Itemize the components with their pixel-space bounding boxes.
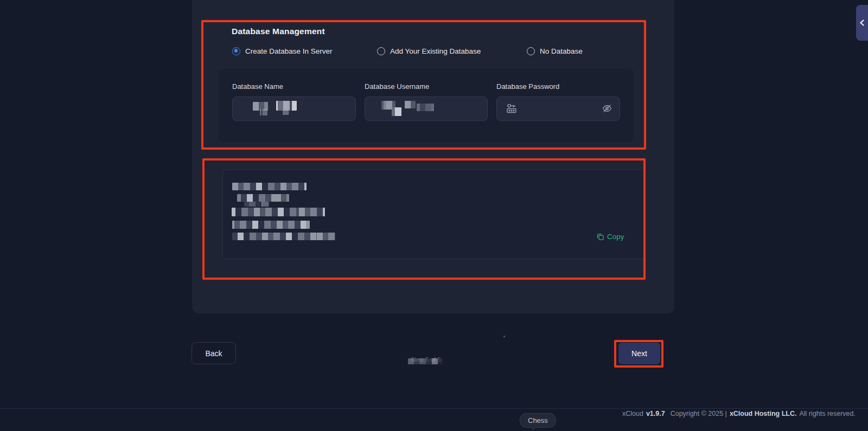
redacted-code-line <box>232 233 335 240</box>
footer-company: xCloud Hosting LLC. <box>730 410 797 417</box>
footer-version: v1.9.7 <box>646 410 665 417</box>
copy-label: Copy <box>607 233 624 241</box>
radio-label: Create Database In Server <box>245 47 333 55</box>
decorative-dot <box>503 336 505 337</box>
redacted-db-username-value <box>417 104 434 111</box>
footer-brand: xCloud <box>622 410 643 417</box>
radio-create-database-in-server[interactable]: Create Database In Server <box>232 46 333 56</box>
redacted-db-username-value <box>392 107 401 116</box>
radio-label: Add Your Existing Database <box>390 47 481 55</box>
redacted-step-overlay <box>408 358 443 364</box>
radio-selected-icon[interactable] <box>232 47 240 55</box>
chess-tooltip[interactable]: Chess <box>520 413 556 428</box>
database-name-label: Database Name <box>232 82 283 91</box>
copy-icon <box>596 233 604 241</box>
next-button-label: Next <box>631 349 647 358</box>
password-key-icon <box>506 102 518 114</box>
radio-unselected-icon[interactable] <box>527 47 535 55</box>
chess-tooltip-tail <box>529 427 537 430</box>
redacted-code-line <box>244 202 269 207</box>
eye-off-icon[interactable] <box>602 104 612 113</box>
radio-add-existing-database[interactable]: Add Your Existing Database <box>377 46 481 56</box>
redacted-code-line <box>232 221 310 229</box>
database-password-label: Database Password <box>496 82 559 91</box>
footer-copyright-text: Copyright © 2025 | <box>671 410 727 417</box>
radio-label: No Database <box>540 47 583 55</box>
chevron-left-icon <box>859 20 865 26</box>
redacted-code-line <box>232 208 325 216</box>
chess-tooltip-label: Chess <box>528 416 548 424</box>
footer-divider <box>0 408 868 409</box>
redacted-db-username-value <box>405 101 416 108</box>
back-button-label: Back <box>205 349 222 358</box>
redacted-db-name-value <box>283 110 289 115</box>
redacted-db-name-value <box>260 109 267 115</box>
radio-no-database[interactable]: No Database <box>527 46 583 56</box>
back-button[interactable]: Back <box>192 342 236 364</box>
footer-copyright: xCloudv1.9.7Copyright © 2025 |xCloud Hos… <box>622 410 856 417</box>
next-button[interactable]: Next <box>618 343 660 364</box>
section-title: Database Management <box>232 27 325 36</box>
copy-button[interactable]: Copy <box>596 233 624 241</box>
radio-unselected-icon[interactable] <box>377 47 385 55</box>
footer-rights: All rights reserved. <box>799 410 856 417</box>
redacted-code-line <box>232 183 307 190</box>
sidebar-collapse-toggle[interactable] <box>856 5 868 41</box>
redacted-code-line <box>237 194 289 202</box>
database-username-label: Database Username <box>365 82 429 91</box>
